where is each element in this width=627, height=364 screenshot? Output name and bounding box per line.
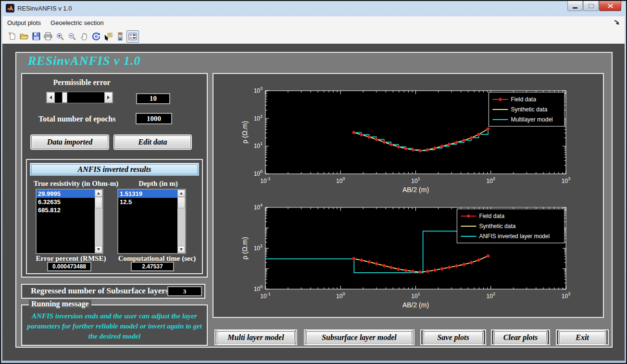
x-axis-label: AB/2 (m) — [402, 186, 429, 194]
maximize-button[interactable] — [583, 1, 599, 11]
plot-legend: Field dataSynthetic dataANFIS inverted l… — [457, 209, 564, 243]
colorbar-icon[interactable] — [114, 31, 126, 42]
figure-toolbar — [2, 29, 625, 44]
permissible-error-slider[interactable] — [46, 92, 113, 103]
plots-canvas: 10-1100101102103100101102103AB/2 (m)ρ (Ω… — [213, 74, 603, 317]
exit-button[interactable]: Exit — [559, 331, 605, 343]
anfis-inverted-results-button[interactable]: ANFIS inverted results — [30, 163, 199, 176]
y-axis-label: ρ (Ω.m) — [241, 121, 249, 144]
window-title: RESinvANFIS v 1.0 — [17, 5, 72, 12]
close-icon — [608, 4, 613, 8]
running-message-title: Running message — [29, 300, 91, 308]
resistivity-label: True resistivity (in Ohm-m) — [29, 180, 123, 188]
save-plots-button[interactable]: Save plots — [424, 331, 483, 343]
list-item[interactable]: 12.5 — [118, 198, 177, 206]
list-item[interactable]: 29.9995 — [37, 190, 95, 198]
svg-text:Field data: Field data — [511, 96, 536, 103]
svg-text:102: 102 — [254, 114, 263, 122]
error-percent-value: 0.000473488 — [47, 262, 91, 271]
computational-time-value: 2.47537 — [131, 262, 174, 271]
title-bar: RESinvANFIS v 1.0 — [2, 1, 625, 15]
svg-text:101: 101 — [254, 141, 263, 149]
depth-listbox[interactable]: 1.5131912.5 — [117, 189, 186, 254]
print-icon[interactable] — [42, 31, 54, 42]
running-message-panel: Running message ANFIS inversion ends and… — [21, 304, 208, 346]
svg-text:100: 100 — [336, 291, 345, 300]
svg-text:100: 100 — [336, 176, 345, 184]
slider-left-arrow-icon[interactable] — [47, 92, 55, 103]
list-item[interactable]: 1.51319 — [118, 190, 177, 198]
slider-right-arrow-icon[interactable] — [104, 92, 113, 103]
resistivity-scrollbar[interactable] — [95, 190, 102, 253]
y-axis-label: ρ (Ω.m) — [241, 237, 249, 259]
svg-text:103: 103 — [254, 86, 263, 94]
subsurface-layer-model-button[interactable]: Subsurface layer model — [306, 331, 412, 343]
svg-text:102: 102 — [254, 243, 263, 252]
svg-text:ANFIS inverted layer model: ANFIS inverted layer model — [479, 233, 550, 240]
application-window: RESinvANFIS v 1.0 Output plots Geoelectr… — [0, 0, 627, 364]
x-axis-label: AB/2 (m) — [402, 301, 429, 309]
zoom-in-icon[interactable] — [54, 31, 66, 42]
resistivity-listbox[interactable]: 29.99956.32635685.812 — [36, 189, 103, 254]
matlab-logo-icon — [6, 4, 14, 12]
regressed-layers-label: Regressed number of Subsurface layers — [31, 286, 170, 296]
scroll-down-icon[interactable] — [95, 246, 102, 253]
svg-text:10-1: 10-1 — [260, 291, 270, 300]
menu-output-plots[interactable]: Output plots — [2, 17, 46, 28]
svg-text:10-1: 10-1 — [260, 176, 270, 184]
open-folder-icon[interactable] — [18, 31, 30, 42]
permissible-error-input[interactable] — [136, 93, 170, 104]
svg-text:103: 103 — [562, 291, 570, 300]
list-item[interactable]: 6.32635 — [37, 198, 95, 206]
close-button[interactable] — [599, 1, 621, 11]
pan-icon[interactable] — [78, 31, 90, 42]
app-heading: RESinvANFIS v 1.0 — [28, 54, 140, 68]
plots-panel: 10-1100101102103100101102103AB/2 (m)ρ (Ω… — [213, 73, 604, 318]
epochs-label: Total number of epochs — [38, 115, 125, 123]
permissible-error-label: Permissible error — [43, 78, 120, 87]
depth-scrollbar[interactable] — [177, 190, 185, 253]
svg-text:103: 103 — [562, 176, 570, 184]
svg-text:102: 102 — [487, 176, 495, 184]
menu-bar: Output plots Geoelectric section — [2, 16, 625, 29]
slider-track[interactable] — [55, 92, 104, 103]
svg-text:100: 100 — [254, 284, 263, 292]
epochs-input[interactable] — [136, 113, 172, 124]
svg-text:101: 101 — [411, 291, 420, 300]
save-icon[interactable] — [30, 31, 42, 42]
svg-text:104: 104 — [254, 203, 263, 211]
svg-text:Synthetic data: Synthetic data — [511, 106, 547, 113]
depth-label: Depth (in m) — [127, 180, 189, 188]
svg-text:101: 101 — [411, 176, 420, 184]
scrollbar-thumb[interactable] — [177, 197, 185, 208]
regressed-layers-value: 3 — [167, 286, 202, 296]
rotate-3d-icon[interactable] — [90, 31, 102, 42]
edit-data-button[interactable]: Edit data — [114, 135, 191, 149]
clear-plots-button[interactable]: Clear plots — [494, 331, 547, 343]
scrollbar-thumb[interactable] — [95, 197, 102, 208]
multi-layer-model-button[interactable]: Multi layer model — [217, 331, 295, 343]
scroll-up-icon[interactable] — [95, 190, 102, 197]
svg-text:Multilayer model: Multilayer model — [511, 116, 552, 123]
list-item[interactable]: 685.812 — [37, 206, 95, 214]
svg-text:Field data: Field data — [479, 213, 504, 219]
svg-text:102: 102 — [487, 291, 495, 300]
svg-text:100: 100 — [254, 169, 263, 177]
minimize-button[interactable] — [567, 1, 583, 11]
svg-text:Synthetic data: Synthetic data — [479, 223, 515, 230]
slider-thumb[interactable] — [62, 92, 67, 103]
legend-icon[interactable] — [126, 30, 139, 43]
data-imported-button[interactable]: Data imported — [31, 135, 108, 149]
menu-overflow-icon[interactable] — [614, 19, 620, 25]
plot-legend: Field dataSynthetic dataMultilayer model — [489, 92, 564, 126]
scroll-down-icon[interactable] — [177, 246, 185, 253]
zoom-out-icon[interactable] — [66, 31, 78, 42]
running-message-text: ANFIS inversion ends and the user can ad… — [26, 311, 203, 341]
scroll-up-icon[interactable] — [177, 190, 185, 197]
menu-geoelectric-section[interactable]: Geoelectric section — [46, 17, 109, 28]
new-file-icon[interactable] — [6, 31, 18, 42]
data-cursor-icon[interactable] — [102, 31, 114, 42]
